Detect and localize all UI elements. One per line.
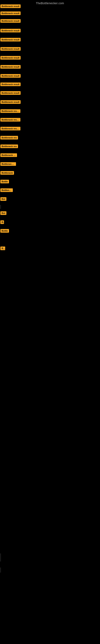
bottleneck-result-row[interactable]: Bottleneck res (0, 153, 17, 158)
vertical-line (0, 568, 1, 572)
bottleneck-badge: Bottleneck res (0, 136, 18, 140)
bottleneck-result-row[interactable]: Bottleneck result (0, 12, 21, 16)
bottleneck-badge: Bottle (0, 180, 9, 183)
bottleneck-result-row[interactable]: B (0, 220, 4, 225)
bottleneck-badge: Bottleneck result (0, 100, 21, 104)
bottleneck-result-row[interactable]: Bottle (0, 180, 9, 184)
bottleneck-badge: Bottleneck result (0, 118, 20, 122)
bottleneck-result-row[interactable]: Bottleneck res (0, 136, 18, 140)
bottleneck-badge: Bottleneck result (0, 109, 20, 113)
bottleneck-result-row[interactable]: Bottleneck result (0, 4, 21, 9)
page-container: TheBottlenecker.com Bottleneck resultBot… (0, 0, 100, 644)
bottleneck-result-row[interactable]: Bo (0, 246, 5, 251)
bottleneck-badge: Bottleneck result (0, 65, 21, 69)
bottleneck-badge: Bottleneck result (0, 56, 21, 60)
bottleneck-badge: Bottleneck result (0, 47, 21, 51)
bottleneck-result-row[interactable]: Bottleneck result (0, 82, 21, 87)
bottleneck-badge: Bottlenec (0, 188, 13, 192)
bottleneck-result-row[interactable]: Bottlenec (0, 188, 13, 193)
bottleneck-result-row[interactable]: Bot (0, 211, 6, 216)
bottleneck-result-row[interactable]: Bottleneck result (0, 56, 21, 60)
bottleneck-result-row[interactable]: Bottleneck result (0, 38, 21, 42)
bottleneck-result-row[interactable]: Bottleneck result (0, 118, 20, 122)
bottleneck-result-row[interactable]: Bottleneck result (0, 65, 21, 70)
bottleneck-badge: Bottleneck result (0, 4, 21, 8)
bottleneck-result-row[interactable]: Bottleneck result (0, 109, 20, 114)
bottleneck-badge: Bottleneck result (0, 19, 21, 23)
bottleneck-badge: B (0, 220, 4, 224)
bottleneck-result-row[interactable]: Bottleneck res (0, 162, 16, 167)
bottleneck-badge: Bottleneck result (0, 82, 21, 86)
bottleneck-badge: Bottleneck res (0, 162, 16, 166)
bottleneck-result-row[interactable]: Bottleneck result (0, 100, 21, 105)
bottleneck-badge: Bo (0, 246, 5, 250)
bottleneck-badge: Bottleneck result (0, 74, 21, 78)
bottleneck-result-row[interactable]: Bottleneck res (0, 144, 18, 149)
bottleneck-badge: Bottle (0, 229, 9, 233)
bottleneck-result-row[interactable]: Bottleneck result (0, 19, 21, 24)
bottleneck-result-row[interactable]: Bottleneck (0, 171, 14, 176)
bottleneck-result-row[interactable]: Bot (0, 197, 6, 202)
vertical-line (0, 554, 1, 562)
bottleneck-badge: Bottleneck result (0, 91, 21, 95)
bottleneck-badge: Bottleneck res (0, 144, 18, 148)
bottleneck-result-row[interactable]: Bottleneck result (0, 29, 21, 33)
bottleneck-result-row[interactable]: Bottleneck result (0, 47, 21, 52)
bottleneck-result-row[interactable]: Bottle (0, 229, 9, 234)
bottleneck-badge: Bottleneck result (0, 38, 21, 42)
bottleneck-badge: Bottleneck res (0, 153, 17, 157)
vertical-line (0, 205, 1, 209)
bottleneck-badge: Bottleneck result (0, 12, 21, 15)
bottleneck-badge: Bot (0, 197, 6, 201)
bottleneck-result-row[interactable]: Bottleneck result (0, 74, 21, 78)
bottleneck-result-row[interactable]: Bottleneck result (0, 127, 20, 131)
bottleneck-badge: Bottleneck result (0, 29, 21, 32)
bottleneck-badge: Bot (0, 211, 6, 215)
bottleneck-badge: Bottleneck result (0, 127, 20, 130)
bottleneck-badge: Bottleneck (0, 171, 14, 175)
bottleneck-result-row[interactable]: Bottleneck result (0, 91, 21, 96)
